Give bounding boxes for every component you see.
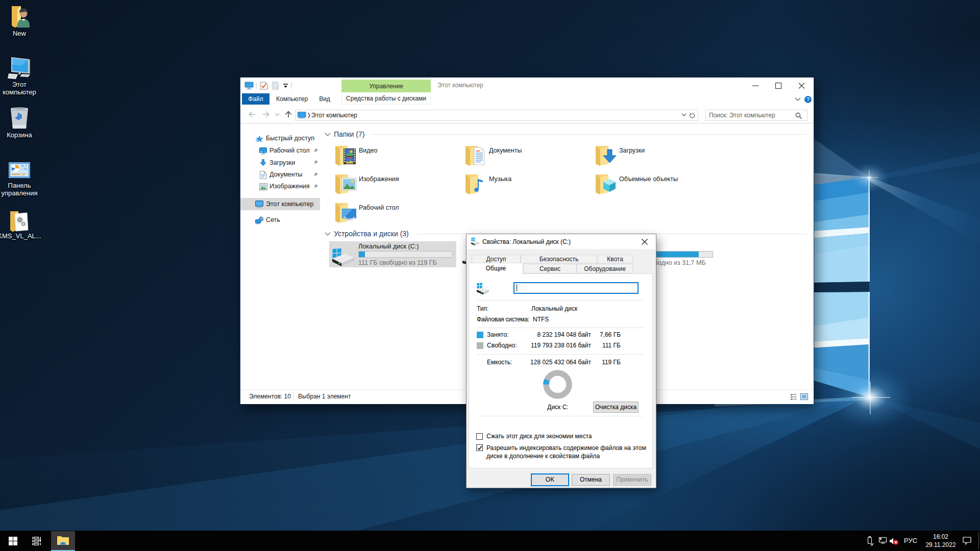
svg-text:?: ? — [806, 96, 810, 103]
